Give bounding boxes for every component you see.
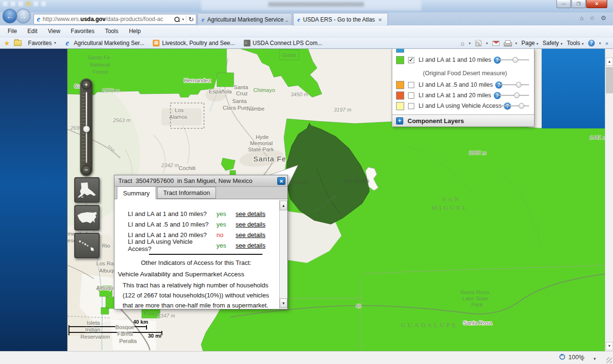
menu-help[interactable]: Help (124, 26, 146, 36)
layer-checkbox[interactable] (408, 103, 414, 109)
page-menu[interactable]: Page ▾ (522, 40, 538, 46)
minimize-button[interactable]: — (556, 0, 571, 8)
slider-thumb[interactable] (514, 92, 520, 98)
slider-thumb[interactable] (519, 103, 524, 109)
search-icon[interactable] (174, 16, 180, 23)
address-bar[interactable]: e http://www.ers.usda.gov/data-products/… (34, 14, 196, 24)
map-label: Cruz (236, 91, 248, 96)
back-button[interactable]: ← (2, 9, 17, 23)
safety-menu[interactable]: Safety ▾ (543, 40, 562, 46)
home-command-icon[interactable]: ⌂ (461, 40, 465, 47)
zoom-caret-icon[interactable]: ▾ (593, 356, 596, 361)
layer-opacity-slider[interactable] (499, 102, 529, 109)
add-favorite-icon[interactable]: ★ (4, 39, 10, 47)
map-label: State Park (248, 147, 274, 152)
search-caret-icon[interactable]: ▾ (182, 17, 184, 22)
layer-swatch (396, 56, 404, 64)
see-details-link[interactable]: see details (236, 221, 265, 228)
map-label: Nambe (247, 106, 264, 112)
close-button[interactable]: ✕ (586, 0, 607, 8)
settings-gear-icon[interactable]: ⚙ (601, 14, 606, 22)
layer-checkbox[interactable] (408, 92, 414, 99)
refresh-icon[interactable]: ↻ (188, 15, 194, 23)
favorite-link-usda-connect[interactable]: USDA Connect LPS Com... (239, 40, 327, 46)
browser-zoom-control[interactable]: 100% (559, 353, 584, 361)
other-indicators-heading: Other Indicators of Access for this Trac… (119, 259, 273, 266)
zoom-in-button[interactable]: + (81, 80, 91, 90)
tab-tract-information[interactable]: Tract Information (157, 187, 216, 199)
home-icon[interactable]: ⌂ (580, 14, 584, 22)
tab-agricultural-marketing[interactable]: e Agricultural Marketing Service ... (197, 13, 292, 25)
menu-tools[interactable]: Tools (100, 26, 123, 36)
overflow-chevron-icon[interactable]: » (605, 40, 608, 46)
slider-thumb[interactable] (512, 57, 518, 63)
popup-scrollbar[interactable]: ▲ ▼ (279, 200, 287, 309)
expand-plus-button[interactable]: + (396, 117, 403, 125)
tab-summary[interactable]: Summary (117, 186, 156, 199)
tab-usda-ers-atlas[interactable]: e USDA ERS - Go to the Atlas ✕ (293, 13, 388, 26)
alaska-button[interactable] (74, 177, 100, 203)
home-caret-icon[interactable]: ▾ (469, 41, 471, 46)
favorites-menu[interactable]: Favorites ▾ (24, 40, 60, 46)
map-label: Santa Rosa (460, 289, 489, 295)
favorite-link-ams[interactable]: eAgricultural Marketing Ser... (60, 39, 149, 47)
layer-checkbox[interactable]: ✓ (408, 57, 414, 63)
layer-opacity-slider[interactable] (499, 92, 529, 99)
layer-opacity-slider[interactable] (499, 81, 529, 88)
map-label: Chimayo (253, 87, 275, 93)
scroll-up-icon[interactable]: ▲ (606, 57, 613, 66)
help-caret-icon[interactable]: ▾ (599, 41, 601, 46)
menu-edit[interactable]: Edit (23, 26, 42, 36)
continental-us-button[interactable] (74, 205, 100, 230)
zoom-out-button[interactable]: − (81, 165, 91, 175)
menu-file[interactable]: File (3, 26, 22, 36)
map-label: Cochiti (179, 165, 195, 171)
forward-button[interactable]: → (16, 9, 31, 23)
us-icon (77, 211, 98, 225)
component-layers-header[interactable]: + Component Layers (392, 114, 534, 126)
measure-answer: no (216, 231, 236, 239)
scroll-up-icon[interactable]: ▲ (280, 201, 287, 210)
tab-close-icon[interactable]: ✕ (377, 16, 384, 23)
measure-answer: yes (216, 242, 236, 249)
print-icon[interactable] (504, 40, 511, 46)
slider-thumb[interactable] (516, 82, 522, 88)
menu-view[interactable]: View (43, 26, 65, 36)
rss-caret-icon[interactable]: ▾ (486, 41, 488, 46)
see-details-link[interactable]: see details (236, 242, 265, 249)
scroll-down-icon[interactable]: ▼ (606, 342, 613, 350)
see-details-link[interactable]: see details (236, 231, 265, 239)
print-caret-icon[interactable]: ▾ (515, 41, 517, 46)
mail-icon[interactable] (492, 41, 499, 46)
layer-swatch (396, 91, 404, 100)
popup-close-button[interactable]: ✕ (277, 177, 285, 185)
measure-answer: yes (216, 210, 236, 217)
map-zoom-slider[interactable]: + − (80, 79, 92, 176)
favorites-star-icon[interactable]: ☆ (590, 14, 595, 22)
page-scrollbar[interactable]: ▲ ▼ (605, 49, 613, 351)
rss-icon[interactable] (475, 40, 482, 46)
zoom-slider-thumb[interactable] (83, 125, 90, 133)
favorite-link-livestock[interactable]: Livestock, Poultry and See... (148, 40, 239, 46)
hawaii-button[interactable] (74, 233, 100, 258)
layer-checkbox[interactable] (408, 82, 414, 88)
map-layers-panel: ✓ LI and LA at 1 and 10 miles ? (Origina… (392, 49, 534, 127)
tools-menu[interactable]: Tools ▾ (567, 40, 583, 46)
scroll-down-icon[interactable]: ▼ (280, 298, 287, 308)
help-icon[interactable]: ? (588, 40, 595, 46)
menu-favorites[interactable]: Favorites (66, 26, 99, 36)
see-details-link[interactable]: see details (236, 210, 265, 217)
tab-strip: e Agricultural Marketing Service ... e U… (197, 13, 389, 25)
connect-favicon (244, 40, 250, 46)
restore-button[interactable]: ❐ (571, 0, 586, 8)
map-label: Hernandez (184, 78, 211, 83)
map-label: Santa (234, 84, 249, 90)
layer-swatch (396, 102, 404, 110)
url-text[interactable]: http://www.ers.usda.gov/data-products/fo… (43, 16, 172, 23)
map-label: Los (175, 107, 184, 113)
popup-title-bar[interactable]: Tract 35047957600 in San Miguel, New Mex… (114, 175, 287, 187)
scrollbar-thumb[interactable] (606, 67, 613, 93)
layer-opacity-slider[interactable] (499, 57, 529, 63)
favorites-folder-icon[interactable] (14, 40, 22, 46)
map-label: MIGUEL (431, 204, 468, 211)
